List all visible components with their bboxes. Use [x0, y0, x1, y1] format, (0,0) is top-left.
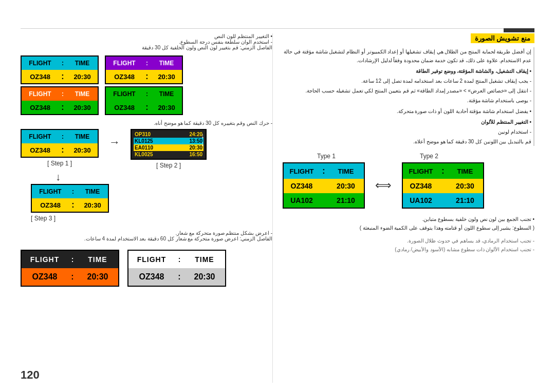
section-title: منع تشويش الصورة	[471, 33, 534, 43]
section-title-area: منع تشويش الصورة	[283, 33, 534, 43]
type-labels: Type 1 Type 2	[283, 151, 534, 160]
left-column: • التغيير المنتظم للون النص - استخدم الو…	[21, 33, 272, 287]
widget-row-1: FLIGHT : TIME OZ348 : 20:30 FLIGHT : TIM…	[21, 55, 272, 84]
widget-purple-yellow: FLIGHT : TIME OZ348 : 20:30	[105, 55, 183, 84]
type1-label: Type 1	[317, 153, 336, 160]
top-border	[21, 28, 534, 29]
left-bottom-notes: - اعرض بشكل منتظم صورة متحركة مع شعار. ا…	[21, 230, 272, 241]
step3-label: [ Step 3 ]	[31, 215, 55, 222]
widget-step3: FLIGHT : TIME OZ348 : 20:30	[31, 184, 109, 213]
widget-step1: FLIGHT : TIME OZ348 : 20:30	[21, 129, 99, 158]
left-note-2: - حرك النص وقم بتغييره كل 30 دقيقة كما ه…	[21, 120, 272, 126]
bottom-widgets-left: FLIGHT : TIME OZ348 : 20:30 FLIGHT : TIM…	[21, 250, 272, 287]
type2-label-container: Type 2	[385, 151, 473, 160]
widget-large-dark-orange: FLIGHT : TIME OZ348 : 20:30	[21, 250, 119, 287]
column-divider	[272, 33, 273, 383]
step1-label: [ Step 1 ]	[47, 160, 72, 167]
widget-step2: OP31024:20 KL012513:50 EA011020:30 KL002…	[131, 129, 207, 160]
step1-area: FLIGHT : TIME OZ348 : 20:30 [ Step 1 ]	[21, 129, 99, 167]
widget-green-green: FLIGHT : TIME OZ348 : 20:30	[105, 86, 183, 115]
time-label-1: TIME	[67, 57, 98, 70]
step3-area: FLIGHT : TIME OZ348 : 20:30 [ Step 3 ]	[31, 184, 272, 222]
right-bar	[504, 28, 534, 32]
step2-label: [ Step 2 ]	[156, 162, 181, 169]
left-note-1: • التغيير المنتظم للون النص - استخدم الو…	[31, 33, 272, 50]
type1-label-container: Type 1	[283, 151, 370, 160]
widget-large-white-gray: FLIGHT : TIME OZ348 : 20:30	[127, 250, 226, 287]
page-number: 120	[21, 368, 40, 382]
right-body-text: إن أفضل طريقة لحماية المنتج من الظلال هي…	[283, 47, 534, 146]
type2-label: Type 2	[420, 153, 438, 160]
widget-orange-green: FLIGHT : TIME OZ348 : 20:30	[21, 86, 99, 115]
type-widgets-row: FLIGHT : TIME OZ348 20:30 UA102 21:10 ⟺ …	[283, 162, 534, 209]
arrow-step1-2: →	[109, 129, 120, 156]
right-column: منع تشويش الصورة إن أفضل طريقة لحماية ال…	[283, 33, 534, 262]
widget-type1: FLIGHT : TIME OZ348 20:30 UA102 21:10	[283, 162, 365, 209]
widget-cyan-yellow: FLIGHT : TIME OZ348 : 20:30	[21, 55, 99, 84]
color-note: • تجنب الجمع بين لون نص ولون خلفية بسطوع…	[283, 215, 534, 232]
flight-label-1: FLIGHT	[22, 57, 59, 70]
double-arrow: ⟺	[375, 179, 392, 192]
step2-area: OP31024:20 KL012513:50 EA011020:30 KL002…	[131, 129, 207, 169]
widget-type2: FLIGHT : TIME OZ348 20:30 UA102 21:10	[402, 162, 484, 209]
steps-row: FLIGHT : TIME OZ348 : 20:30 [ Step 1 ] →	[21, 129, 272, 169]
widget-row-2: FLIGHT : TIME OZ348 : 20:30 FLIGHT : TIM…	[21, 86, 272, 115]
arrow-step2-3: ↓	[55, 171, 272, 183]
gray-notes: - تجنب استخدام الرمادي، قد يساهم في حدوث…	[283, 236, 534, 254]
